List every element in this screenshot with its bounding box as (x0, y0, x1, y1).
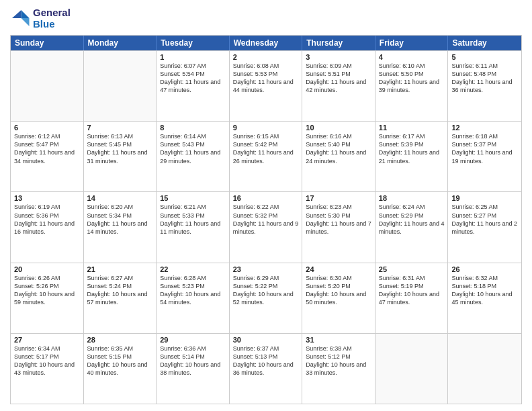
logo: General Blue (10, 7, 71, 30)
cell-info: Sunrise: 6:19 AM Sunset: 5:36 PM Dayligh… (14, 203, 80, 236)
day-number: 18 (379, 194, 445, 202)
header-day-saturday: Saturday (448, 36, 521, 50)
cell-info: Sunrise: 6:37 AM Sunset: 5:13 PM Dayligh… (233, 345, 299, 377)
day-number: 28 (87, 336, 153, 344)
header-day-friday: Friday (375, 36, 449, 50)
calendar-cell: 1Sunrise: 6:07 AM Sunset: 5:54 PM Daylig… (157, 51, 230, 121)
cell-info: Sunrise: 6:14 AM Sunset: 5:43 PM Dayligh… (160, 132, 226, 165)
calendar-cell: 26Sunrise: 6:32 AM Sunset: 5:18 PM Dayli… (448, 263, 521, 333)
calendar-cell: 19Sunrise: 6:25 AM Sunset: 5:27 PM Dayli… (448, 192, 521, 262)
cell-info: Sunrise: 6:15 AM Sunset: 5:42 PM Dayligh… (233, 132, 299, 165)
day-number: 29 (160, 336, 226, 344)
calendar-cell: 23Sunrise: 6:29 AM Sunset: 5:22 PM Dayli… (230, 263, 303, 333)
calendar-cell: 4Sunrise: 6:10 AM Sunset: 5:50 PM Daylig… (375, 51, 449, 121)
calendar-cell: 18Sunrise: 6:24 AM Sunset: 5:29 PM Dayli… (375, 192, 449, 262)
day-number: 22 (160, 265, 226, 273)
cell-info: Sunrise: 6:09 AM Sunset: 5:51 PM Dayligh… (306, 62, 371, 95)
calendar-cell: 29Sunrise: 6:36 AM Sunset: 5:14 PM Dayli… (157, 334, 230, 404)
calendar-cell: 24Sunrise: 6:30 AM Sunset: 5:20 PM Dayli… (302, 263, 375, 333)
cell-info: Sunrise: 6:26 AM Sunset: 5:26 PM Dayligh… (14, 274, 80, 307)
day-number: 2 (233, 53, 299, 61)
calendar-cell: 9Sunrise: 6:15 AM Sunset: 5:42 PM Daylig… (230, 122, 303, 191)
calendar-cell: 14Sunrise: 6:20 AM Sunset: 5:34 PM Dayli… (84, 192, 157, 262)
cell-info: Sunrise: 6:32 AM Sunset: 5:18 PM Dayligh… (451, 274, 518, 307)
calendar-row-2: 13Sunrise: 6:19 AM Sunset: 5:36 PM Dayli… (11, 191, 521, 262)
calendar-cell (448, 334, 521, 404)
day-number: 14 (87, 194, 153, 202)
svg-marker-2 (12, 10, 21, 18)
cell-info: Sunrise: 6:07 AM Sunset: 5:54 PM Dayligh… (160, 62, 226, 95)
logo-text: General Blue (33, 7, 71, 30)
cell-info: Sunrise: 6:13 AM Sunset: 5:45 PM Dayligh… (87, 132, 153, 165)
day-number: 4 (379, 53, 445, 61)
day-number: 13 (14, 194, 80, 202)
day-number: 15 (160, 194, 226, 202)
day-number: 31 (306, 336, 371, 344)
header-day-thursday: Thursday (302, 36, 375, 50)
calendar-cell: 10Sunrise: 6:16 AM Sunset: 5:40 PM Dayli… (302, 122, 375, 191)
calendar-cell: 25Sunrise: 6:31 AM Sunset: 5:19 PM Dayli… (375, 263, 449, 333)
calendar-cell: 20Sunrise: 6:26 AM Sunset: 5:26 PM Dayli… (11, 263, 84, 333)
cell-info: Sunrise: 6:21 AM Sunset: 5:33 PM Dayligh… (160, 203, 226, 236)
cell-info: Sunrise: 6:28 AM Sunset: 5:23 PM Dayligh… (160, 274, 226, 307)
calendar-cell: 15Sunrise: 6:21 AM Sunset: 5:33 PM Dayli… (157, 192, 230, 262)
logo-icon (10, 8, 30, 28)
cell-info: Sunrise: 6:12 AM Sunset: 5:47 PM Dayligh… (14, 132, 80, 165)
calendar-cell: 30Sunrise: 6:37 AM Sunset: 5:13 PM Dayli… (230, 334, 303, 404)
calendar-cell: 22Sunrise: 6:28 AM Sunset: 5:23 PM Dayli… (157, 263, 230, 333)
calendar-cell: 2Sunrise: 6:08 AM Sunset: 5:53 PM Daylig… (230, 51, 303, 121)
cell-info: Sunrise: 6:10 AM Sunset: 5:50 PM Dayligh… (379, 62, 445, 95)
header-day-tuesday: Tuesday (157, 36, 230, 50)
cell-info: Sunrise: 6:22 AM Sunset: 5:32 PM Dayligh… (233, 203, 299, 236)
cell-info: Sunrise: 6:25 AM Sunset: 5:27 PM Dayligh… (451, 203, 518, 236)
cell-info: Sunrise: 6:16 AM Sunset: 5:40 PM Dayligh… (306, 132, 371, 165)
calendar-cell: 13Sunrise: 6:19 AM Sunset: 5:36 PM Dayli… (11, 192, 84, 262)
cell-info: Sunrise: 6:23 AM Sunset: 5:30 PM Dayligh… (306, 203, 371, 236)
day-number: 17 (306, 194, 371, 202)
calendar-cell: 11Sunrise: 6:17 AM Sunset: 5:39 PM Dayli… (375, 122, 449, 191)
day-number: 6 (14, 124, 80, 132)
cell-info: Sunrise: 6:38 AM Sunset: 5:12 PM Dayligh… (306, 345, 371, 377)
calendar-row-3: 20Sunrise: 6:26 AM Sunset: 5:26 PM Dayli… (11, 263, 521, 333)
cell-info: Sunrise: 6:34 AM Sunset: 5:17 PM Dayligh… (14, 345, 80, 377)
cell-info: Sunrise: 6:29 AM Sunset: 5:22 PM Dayligh… (233, 274, 299, 307)
calendar-row-1: 6Sunrise: 6:12 AM Sunset: 5:47 PM Daylig… (11, 121, 521, 191)
day-number: 5 (451, 53, 518, 61)
day-number: 27 (14, 336, 80, 344)
calendar-cell: 31Sunrise: 6:38 AM Sunset: 5:12 PM Dayli… (302, 334, 375, 404)
cell-info: Sunrise: 6:27 AM Sunset: 5:24 PM Dayligh… (87, 274, 153, 307)
calendar-cell: 7Sunrise: 6:13 AM Sunset: 5:45 PM Daylig… (84, 122, 157, 191)
calendar-cell: 27Sunrise: 6:34 AM Sunset: 5:17 PM Dayli… (11, 334, 84, 404)
calendar-cell: 6Sunrise: 6:12 AM Sunset: 5:47 PM Daylig… (11, 122, 84, 191)
day-number: 11 (379, 124, 445, 132)
day-number: 10 (306, 124, 371, 132)
calendar-cell: 12Sunrise: 6:18 AM Sunset: 5:37 PM Dayli… (448, 122, 521, 191)
header-day-sunday: Sunday (11, 36, 84, 50)
cell-info: Sunrise: 6:20 AM Sunset: 5:34 PM Dayligh… (87, 203, 153, 236)
cell-info: Sunrise: 6:35 AM Sunset: 5:15 PM Dayligh… (87, 345, 153, 377)
day-number: 30 (233, 336, 299, 344)
calendar-header: SundayMondayTuesdayWednesdayThursdayFrid… (11, 36, 521, 50)
cell-info: Sunrise: 6:36 AM Sunset: 5:14 PM Dayligh… (160, 345, 226, 377)
day-number: 12 (451, 124, 518, 132)
cell-info: Sunrise: 6:31 AM Sunset: 5:19 PM Dayligh… (379, 274, 445, 307)
calendar-cell: 3Sunrise: 6:09 AM Sunset: 5:51 PM Daylig… (302, 51, 375, 121)
calendar-row-4: 27Sunrise: 6:34 AM Sunset: 5:17 PM Dayli… (11, 333, 521, 404)
day-number: 25 (379, 265, 445, 273)
day-number: 23 (233, 265, 299, 273)
day-number: 1 (160, 53, 226, 61)
calendar-cell: 21Sunrise: 6:27 AM Sunset: 5:24 PM Dayli… (84, 263, 157, 333)
day-number: 20 (14, 265, 80, 273)
day-number: 26 (451, 265, 518, 273)
cell-info: Sunrise: 6:17 AM Sunset: 5:39 PM Dayligh… (379, 132, 445, 165)
cell-info: Sunrise: 6:08 AM Sunset: 5:53 PM Dayligh… (233, 62, 299, 95)
calendar-row-0: 1Sunrise: 6:07 AM Sunset: 5:54 PM Daylig… (11, 50, 521, 121)
day-number: 19 (451, 194, 518, 202)
day-number: 7 (87, 124, 153, 132)
day-number: 9 (233, 124, 299, 132)
calendar-cell: 5Sunrise: 6:11 AM Sunset: 5:48 PM Daylig… (448, 51, 521, 121)
cell-info: Sunrise: 6:30 AM Sunset: 5:20 PM Dayligh… (306, 274, 371, 307)
cell-info: Sunrise: 6:11 AM Sunset: 5:48 PM Dayligh… (451, 62, 518, 95)
header: General Blue (10, 7, 522, 30)
calendar-cell: 8Sunrise: 6:14 AM Sunset: 5:43 PM Daylig… (157, 122, 230, 191)
